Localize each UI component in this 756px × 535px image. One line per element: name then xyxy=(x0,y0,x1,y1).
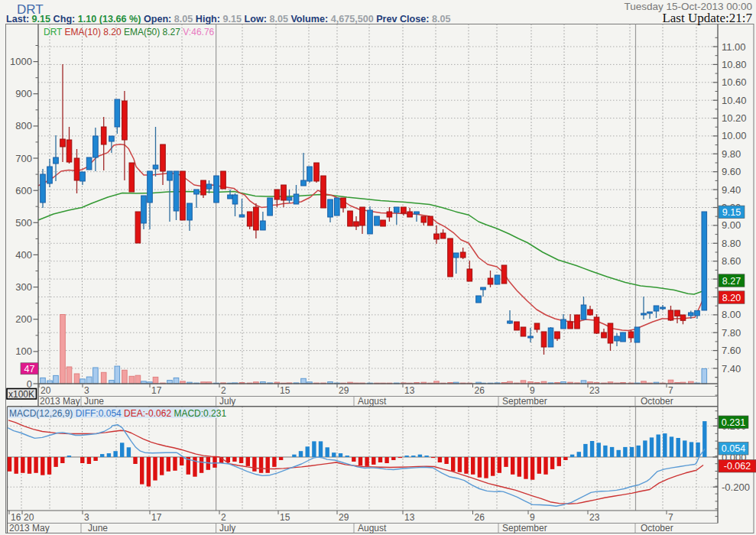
svg-text:10.80: 10.80 xyxy=(722,59,747,70)
svg-text:August: August xyxy=(358,396,387,407)
svg-text:0.231: 0.231 xyxy=(722,417,745,428)
svg-text:8.60: 8.60 xyxy=(722,255,741,267)
svg-text:9.00: 9.00 xyxy=(722,219,741,231)
svg-text:October: October xyxy=(641,523,673,533)
svg-text:8.20: 8.20 xyxy=(722,293,741,303)
svg-text:700: 700 xyxy=(15,153,32,164)
svg-text:300: 300 xyxy=(15,281,32,293)
svg-text:17: 17 xyxy=(151,512,162,523)
svg-text:2013 May: 2013 May xyxy=(9,523,50,533)
svg-text:800: 800 xyxy=(15,120,32,131)
svg-text:September: September xyxy=(502,396,547,407)
svg-text:8.80: 8.80 xyxy=(722,238,741,249)
svg-text:15: 15 xyxy=(280,385,290,396)
svg-text:July: July xyxy=(219,523,235,533)
svg-text:7.40: 7.40 xyxy=(722,363,741,374)
svg-text:3: 3 xyxy=(84,512,89,523)
svg-text:13: 13 xyxy=(404,385,415,396)
svg-text:July: July xyxy=(219,396,235,407)
svg-text:47: 47 xyxy=(24,364,35,374)
svg-text:10.40: 10.40 xyxy=(722,95,747,106)
svg-text:26: 26 xyxy=(475,512,485,523)
svg-text:7: 7 xyxy=(668,385,673,396)
svg-text:1000: 1000 xyxy=(10,56,32,67)
svg-text:16: 16 xyxy=(11,512,21,523)
svg-text:10.20: 10.20 xyxy=(722,112,747,124)
svg-text:9: 9 xyxy=(530,512,535,523)
svg-text:100: 100 xyxy=(15,345,32,357)
svg-text:20: 20 xyxy=(41,385,51,396)
svg-text:13: 13 xyxy=(404,512,415,523)
svg-text:8.00: 8.00 xyxy=(722,309,741,320)
svg-text:Last Update:21:7: Last Update:21:7 xyxy=(662,11,752,25)
svg-text:-0.062: -0.062 xyxy=(724,461,751,472)
svg-text:7: 7 xyxy=(668,512,673,523)
svg-text:11.00: 11.00 xyxy=(722,41,746,53)
svg-text:900: 900 xyxy=(15,88,32,99)
svg-text:Last: 9.15 Chg: 1.10 (13.66 %): Last: 9.15 Chg: 1.10 (13.66 %) Open: 8.0… xyxy=(6,14,451,24)
svg-text:26: 26 xyxy=(475,385,485,396)
svg-text:10.60: 10.60 xyxy=(722,76,747,88)
svg-text:17: 17 xyxy=(151,385,162,396)
svg-text:600: 600 xyxy=(15,185,32,196)
svg-text:0.054: 0.054 xyxy=(722,443,745,454)
svg-text:-0.200: -0.200 xyxy=(722,481,750,493)
svg-text:7.60: 7.60 xyxy=(722,345,741,356)
svg-text:August: August xyxy=(358,523,387,533)
svg-text:0: 0 xyxy=(27,378,32,390)
svg-text:x100K: x100K xyxy=(8,389,34,400)
svg-text:3: 3 xyxy=(84,385,89,396)
svg-text:2: 2 xyxy=(221,512,226,523)
svg-text:DRT EMA(10) 8.20 EMA(50) 8.27: DRT EMA(10) 8.20 EMA(50) 8.27 V:46.76 xyxy=(44,27,215,37)
svg-text:September: September xyxy=(502,523,547,533)
svg-text:23: 23 xyxy=(589,385,600,396)
svg-text:June: June xyxy=(84,396,104,407)
svg-text:MACD(12,26,9) DIFF:0.054 DEA:-: MACD(12,26,9) DIFF:0.054 DEA:-0.062 MACD… xyxy=(9,408,226,419)
svg-text:29: 29 xyxy=(339,385,349,396)
svg-text:9.60: 9.60 xyxy=(722,166,741,177)
svg-text:9.15: 9.15 xyxy=(722,207,741,218)
svg-text:7.80: 7.80 xyxy=(722,327,741,339)
svg-text:June: June xyxy=(88,523,108,533)
svg-text:9.80: 9.80 xyxy=(722,148,741,160)
svg-text:2: 2 xyxy=(221,385,226,396)
svg-text:October: October xyxy=(641,396,673,407)
svg-text:9: 9 xyxy=(530,385,535,396)
svg-text:9.40: 9.40 xyxy=(722,184,741,196)
svg-text:15: 15 xyxy=(280,512,290,523)
svg-text:8.27: 8.27 xyxy=(722,276,741,287)
svg-text:29: 29 xyxy=(339,512,349,523)
svg-text:20: 20 xyxy=(24,512,34,523)
svg-text:200: 200 xyxy=(15,313,32,325)
svg-text:400: 400 xyxy=(15,249,32,261)
svg-text:23: 23 xyxy=(589,512,600,523)
svg-text:2013 May: 2013 May xyxy=(40,396,80,407)
svg-text:10.00: 10.00 xyxy=(722,130,747,141)
svg-text:500: 500 xyxy=(15,217,32,229)
